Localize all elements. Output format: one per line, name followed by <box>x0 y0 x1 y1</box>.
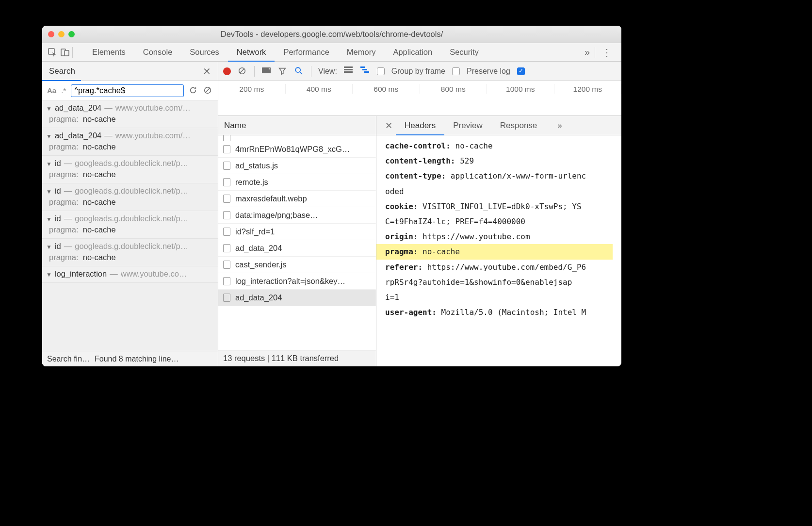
filter-icon[interactable] <box>278 66 288 76</box>
search-result-item[interactable]: ▼id—googleads.g.doubleclick.net/p…pragma… <box>42 211 218 239</box>
main-body: Search ✕ Aa .* ▼ad_data_204—www.youtube.… <box>42 62 621 366</box>
search-icon[interactable] <box>294 66 304 76</box>
tab-sources[interactable]: Sources <box>181 43 228 62</box>
header-line: content-type: application/x-www-form-url… <box>385 168 621 183</box>
search-result-item[interactable]: ▼ad_data_204—www.youtube.com/…pragma: no… <box>42 100 218 128</box>
request-row[interactable]: 4mrRnEPnWo81qWPG8_xcG… <box>218 141 376 158</box>
network-body: Name 4mrRnEPnWo81qWPG8_xcG…ad_status.jsr… <box>218 116 621 366</box>
search-toolbar: Aa .* <box>42 81 218 100</box>
details-tab-response[interactable]: Response <box>491 116 546 135</box>
svg-rect-12 <box>344 69 353 70</box>
file-icon <box>223 277 230 285</box>
window-title: DevTools - developers.google.com/web/too… <box>221 30 443 39</box>
screenshot-icon[interactable] <box>261 66 271 76</box>
request-row[interactable]: maxresdefault.webp <box>218 191 376 207</box>
tab-elements[interactable]: Elements <box>83 43 134 62</box>
settings-menu-icon[interactable]: ⋮ <box>597 47 617 58</box>
timeline-tick: 600 ms <box>353 84 420 94</box>
tab-application[interactable]: Application <box>384 43 441 62</box>
request-row[interactable]: remote.js <box>218 174 376 191</box>
request-row[interactable]: ad_data_204 <box>218 290 376 306</box>
timeline-tick: 1200 ms <box>554 84 622 94</box>
timeline-tick: 1000 ms <box>487 84 554 94</box>
request-row[interactable]: id?slf_rd=1 <box>218 224 376 240</box>
waterfall-icon[interactable] <box>360 66 370 76</box>
search-result-item[interactable]: ▼id—googleads.g.doubleclick.net/p…pragma… <box>42 183 218 211</box>
tab-console[interactable]: Console <box>134 43 181 62</box>
match-case-toggle[interactable]: Aa <box>47 86 56 95</box>
close-search-button[interactable]: ✕ <box>203 66 211 77</box>
header-line: oded <box>385 184 621 199</box>
svg-line-10 <box>300 72 302 74</box>
file-icon <box>223 145 230 153</box>
search-result-item[interactable]: ▼id—googleads.g.doubleclick.net/p…pragma… <box>42 239 218 266</box>
panel-tabstrip: ElementsConsoleSourcesNetworkPerformance… <box>42 43 621 62</box>
details-tab-preview[interactable]: Preview <box>444 116 491 135</box>
tab-security[interactable]: Security <box>441 43 487 62</box>
group-by-frame-label: Group by frame <box>391 67 445 76</box>
header-line: C=t9FhaIZ4-lc; PREF=f4=4000000 <box>385 214 621 229</box>
svg-rect-7 <box>262 67 271 73</box>
details-tabs: ✕ HeadersPreviewResponse » <box>376 116 621 135</box>
clear-log-icon[interactable] <box>238 66 247 76</box>
preserve-log-checkbox[interactable] <box>452 67 460 75</box>
request-row[interactable]: data:image/png;base… <box>218 207 376 224</box>
minimize-window-button[interactable] <box>58 31 65 37</box>
search-footer: Search fin… Found 8 matching line… <box>42 351 218 366</box>
overflow-tabs-icon[interactable]: » <box>582 47 593 58</box>
network-timeline[interactable]: 200 ms400 ms600 ms800 ms1000 ms1200 ms <box>218 81 621 116</box>
search-title: Search <box>49 66 75 76</box>
preserve-log-label: Preserve log <box>467 67 510 76</box>
search-result-item[interactable]: ▼ad_data_204—www.youtube.com/…pragma: no… <box>42 128 218 156</box>
record-button[interactable] <box>223 67 231 75</box>
request-row[interactable]: ad_data_204 <box>218 240 376 257</box>
regex-toggle[interactable]: .* <box>61 86 66 95</box>
tab-performance[interactable]: Performance <box>275 43 338 62</box>
file-icon <box>223 244 230 252</box>
header-line: cache-control: no-cache <box>385 138 621 153</box>
search-results: ▼ad_data_204—www.youtube.com/…pragma: no… <box>42 100 218 351</box>
refresh-search-icon[interactable] <box>189 86 198 96</box>
devtools-window: DevTools - developers.google.com/web/too… <box>42 26 621 366</box>
divider <box>595 47 595 58</box>
svg-rect-15 <box>362 69 367 70</box>
header-line: cookie: VISITOR_INFO1_LIVE=dDk0-xTswPs; … <box>385 199 621 214</box>
svg-rect-14 <box>360 66 365 68</box>
timeline-tick: 400 ms <box>286 84 353 94</box>
file-icon <box>223 162 230 170</box>
disable-cache-checkbox[interactable] <box>517 67 525 75</box>
headers-content: cache-control: no-cachecontent-length: 5… <box>376 135 621 366</box>
device-toggle-icon[interactable] <box>60 47 70 58</box>
tab-network[interactable]: Network <box>228 43 275 62</box>
svg-rect-11 <box>344 66 353 68</box>
request-row[interactable]: log_interaction?alt=json&key… <box>218 273 376 290</box>
details-tab-headers[interactable]: Headers <box>396 116 444 135</box>
request-row[interactable]: cast_sender.js <box>218 257 376 273</box>
request-row[interactable]: ad_status.js <box>218 158 376 174</box>
header-line: i=1 <box>385 290 621 305</box>
titlebar: DevTools - developers.google.com/web/too… <box>42 26 621 43</box>
maximize-window-button[interactable] <box>68 31 75 37</box>
close-details-button[interactable]: ✕ <box>381 116 396 135</box>
details-overflow-icon[interactable]: » <box>549 116 570 135</box>
search-result-item[interactable]: ▼log_interaction—www.youtube.co… <box>42 266 218 283</box>
file-icon <box>223 228 230 236</box>
file-icon <box>223 211 230 219</box>
name-column-header[interactable]: Name <box>218 116 376 135</box>
inspect-element-icon[interactable] <box>47 47 58 58</box>
large-rows-icon[interactable] <box>344 66 354 76</box>
header-line: rpRSr4g?autohide=1&showinfo=0&enablejsap <box>385 275 621 290</box>
search-result-item[interactable]: ▼id—googleads.g.doubleclick.net/p…pragma… <box>42 156 218 183</box>
clear-search-icon[interactable] <box>203 86 213 96</box>
group-by-frame-checkbox[interactable] <box>377 67 385 75</box>
file-icon <box>223 195 230 203</box>
tab-memory[interactable]: Memory <box>338 43 385 62</box>
close-window-button[interactable] <box>48 31 54 37</box>
svg-rect-13 <box>344 71 353 73</box>
header-line: user-agent: Mozilla/5.0 (Macintosh; Inte… <box>385 305 621 320</box>
svg-rect-16 <box>364 71 369 73</box>
search-input[interactable] <box>71 84 184 97</box>
network-toolbar: View: Group by frame Preserve log <box>218 62 621 81</box>
header-line: content-length: 529 <box>385 153 621 168</box>
divider <box>72 47 73 58</box>
